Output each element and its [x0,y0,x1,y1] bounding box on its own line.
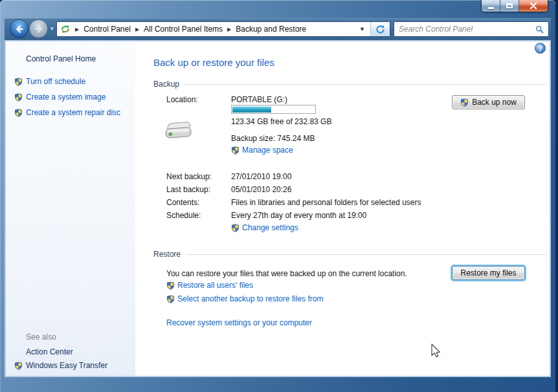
close-button[interactable] [519,0,548,12]
change-settings-label: Change settings [242,223,298,232]
forward-arrow-icon [34,24,44,34]
refresh-icon [375,25,385,34]
restore-all-users-label: Restore all users' files [177,281,253,290]
backup-restore-app-icon [60,24,71,34]
contents-value: Files in libraries and personal folders … [231,198,421,207]
uac-shield-icon [14,78,23,86]
content-area: Control Panel Home Turn off schedule Cre… [5,40,551,377]
sidebar: Control Panel Home Turn off schedule Cre… [6,41,135,376]
contents-row: Contents: Files in libraries and persona… [166,198,421,207]
last-backup-label: Last backup: [166,185,231,194]
address-bar[interactable]: ▶ Control Panel ▶ All Control Panel Item… [56,21,390,37]
close-icon [530,3,537,9]
select-another-backup-label: Select another backup to restore files f… [177,294,323,303]
breadcrumb-control-panel[interactable]: Control Panel [84,25,131,34]
restore-my-files-label: Restore my files [460,268,516,278]
restore-my-files-button[interactable]: Restore my files [452,266,525,280]
last-backup-value: 05/01/2010 20:26 [231,185,291,194]
main-pane: Back up or restore your files Backup Loc… [135,41,550,376]
schedule-label: Schedule: [166,211,231,220]
drive-usage-fill [232,106,271,113]
breadcrumb-arrow-icon: ▶ [75,27,79,32]
schedule-row: Schedule: Every 27th day of every month … [166,211,366,220]
restore-description: You can restore your files that were bac… [166,269,407,278]
manage-space-label: Manage space [242,146,293,155]
sidebar-item-label: Create a system repair disc [26,108,120,117]
help-icon: ? [538,45,542,52]
uac-shield-icon [14,93,23,102]
drive-usage-bar [231,105,316,114]
free-space-text: 123.34 GB free of 232.83 GB [231,117,331,126]
uac-shield-icon [460,98,469,107]
back-button[interactable] [10,19,28,38]
next-backup-row: Next backup: 27/01/2010 19:00 [166,172,291,181]
restore-section-label: Restore [153,250,181,259]
sidebar-item-label: Create a system image [26,93,106,102]
sidebar-item-control-panel-home[interactable]: Control Panel Home [26,54,96,63]
screen: { "window": { "help_glyph": "?" }, "tool… [0,0,558,392]
breadcrumb-backup-restore[interactable]: Backup and Restore [236,25,306,34]
contents-label: Contents: [166,198,231,207]
uac-shield-icon [14,362,23,370]
navigation-toolbar: ▾ ▶ Control Panel ▶ All Control Panel It… [5,18,551,40]
sidebar-item-turn-off-schedule[interactable]: Turn off schedule [14,77,85,86]
uac-shield-icon [231,146,240,155]
restore-section-header: Restore [153,250,547,259]
recover-system-link[interactable]: Recover system settings or your computer [166,318,312,327]
breadcrumb-arrow-icon: ▶ [135,27,139,32]
breadcrumb-all-items[interactable]: All Control Panel Items [144,25,223,34]
sidebar-item-label: Windows Easy Transfer [26,361,107,370]
hard-drive-icon [162,118,194,144]
recent-pages-chevron-icon[interactable]: ▾ [50,25,54,32]
restore-all-users-link[interactable]: Restore all users' files [166,281,253,290]
address-dropdown-icon[interactable]: ▼ [354,26,370,32]
next-backup-value: 27/01/2010 19:00 [231,172,291,181]
see-also-header: See also [26,332,56,342]
schedule-value: Every 27th day of every month at 19:00 [231,211,366,220]
refresh-button[interactable] [370,22,390,36]
maximize-icon [506,3,513,8]
sidebar-item-action-center[interactable]: Action Center [26,347,73,356]
sidebar-item-create-system-image[interactable]: Create a system image [14,93,106,102]
minimize-button[interactable] [482,0,500,12]
back-up-now-button[interactable]: Back up now [452,95,525,109]
forward-button[interactable] [29,19,48,38]
uac-shield-icon [231,224,240,232]
minimize-icon [488,7,494,9]
uac-shield-icon [14,109,23,117]
change-settings-link[interactable]: Change settings [231,223,298,232]
title-bar[interactable] [0,0,555,18]
sidebar-item-label: Turn off schedule [26,77,85,86]
last-backup-row: Last backup: 05/01/2010 20:26 [166,185,291,194]
backup-size-text: Backup size: 745.24 MB [231,134,315,143]
next-backup-label: Next backup: [166,172,231,181]
window-controls [481,0,548,12]
location-label: Location: [166,95,198,104]
page-title: Back up or restore your files [153,57,274,68]
uac-shield-icon [166,295,175,303]
select-another-backup-link[interactable]: Select another backup to restore files f… [166,294,323,303]
sidebar-item-create-repair-disc[interactable]: Create a system repair disc [14,108,120,117]
drive-name: PORTABLE (G:) [231,95,287,104]
search-input[interactable] [399,25,535,34]
manage-space-link[interactable]: Manage space [231,146,293,155]
backup-section-label: Backup [153,80,179,89]
back-arrow-icon [14,24,25,34]
back-up-now-label: Back up now [472,98,517,107]
search-icon [535,25,544,34]
section-rule [184,84,547,85]
help-button[interactable]: ? [535,43,546,54]
sidebar-item-windows-easy-transfer[interactable]: Windows Easy Transfer [14,361,107,370]
breadcrumb-arrow-icon: ▶ [227,27,231,32]
search-box [394,21,549,37]
backup-section-header: Backup [153,80,547,89]
maximize-button[interactable] [500,0,519,12]
window-frame: ▾ ▶ Control Panel ▶ All Control Panel It… [0,0,555,392]
uac-shield-icon [166,281,175,290]
section-rule [186,254,547,255]
